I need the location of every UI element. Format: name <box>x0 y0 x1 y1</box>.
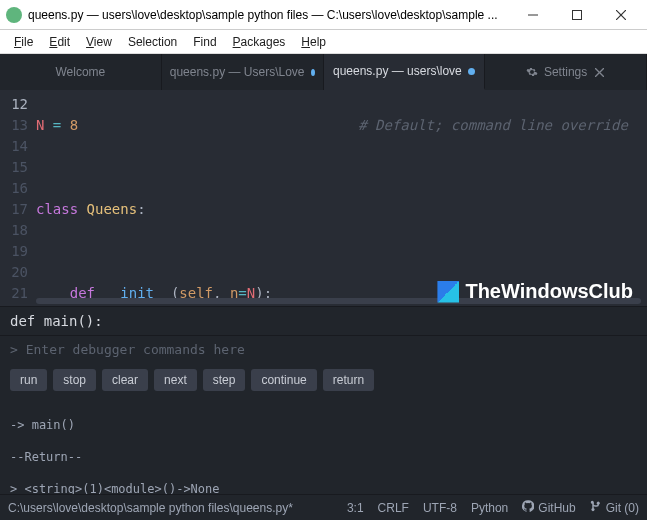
menu-bar: File Edit View Selection Find Packages H… <box>0 30 647 54</box>
tab-bar: Welcome queens.py — Users\Love queens.py… <box>0 54 647 90</box>
git-branch-icon <box>590 500 602 515</box>
clear-button[interactable]: clear <box>102 369 148 391</box>
status-encoding[interactable]: UTF-8 <box>423 501 457 515</box>
code-area[interactable]: N = 8# Default; command line override cl… <box>36 90 647 306</box>
menu-edit[interactable]: Edit <box>41 33 78 51</box>
menu-file[interactable]: File <box>6 33 41 51</box>
minimize-button[interactable] <box>511 1 555 29</box>
tab-label: Settings <box>544 65 587 79</box>
run-button[interactable]: run <box>10 369 47 391</box>
modified-dot-icon <box>311 69 315 76</box>
github-icon <box>522 500 534 515</box>
continue-button[interactable]: continue <box>251 369 316 391</box>
stop-button[interactable]: stop <box>53 369 96 391</box>
status-cursor-position[interactable]: 3:1 <box>347 501 364 515</box>
line-gutter: 12 13 14 15 16 17 18 19 20 21 <box>0 90 36 306</box>
debugger-context: def main(): <box>0 307 647 336</box>
close-button[interactable] <box>599 1 643 29</box>
modified-dot-icon <box>468 68 475 75</box>
maximize-button[interactable] <box>555 1 599 29</box>
menu-view[interactable]: View <box>78 33 120 51</box>
window-title: queens.py — users\love\desktop\sample py… <box>28 8 511 22</box>
svg-rect-1 <box>573 10 582 19</box>
status-bar: C:\users\love\desktop\sample python file… <box>0 494 647 520</box>
next-button[interactable]: next <box>154 369 197 391</box>
status-language[interactable]: Python <box>471 501 508 515</box>
gear-icon <box>526 66 538 78</box>
tab-queens-users[interactable]: queens.py — Users\Love <box>162 54 324 90</box>
status-file-path[interactable]: C:\users\love\desktop\sample python file… <box>8 501 293 515</box>
tab-settings[interactable]: Settings <box>485 54 647 90</box>
menu-help[interactable]: Help <box>293 33 334 51</box>
debugger-panel: def main(): > Enter debugger commands he… <box>0 306 647 520</box>
tab-label: queens.py — users\love <box>333 64 462 78</box>
debugger-command-input[interactable]: > Enter debugger commands here <box>0 336 647 363</box>
code-editor[interactable]: 12 13 14 15 16 17 18 19 20 21 N = 8# Def… <box>0 90 647 306</box>
app-icon <box>6 7 22 23</box>
tab-label: Welcome <box>55 65 105 79</box>
return-button[interactable]: return <box>323 369 374 391</box>
menu-packages[interactable]: Packages <box>225 33 294 51</box>
horizontal-scrollbar[interactable] <box>36 298 641 304</box>
status-git[interactable]: Git (0) <box>590 500 639 515</box>
debugger-toolbar: run stop clear next step continue return <box>0 363 647 397</box>
menu-find[interactable]: Find <box>185 33 224 51</box>
menu-selection[interactable]: Selection <box>120 33 185 51</box>
tab-queens-users-love[interactable]: queens.py — users\love <box>324 54 486 90</box>
status-line-ending[interactable]: CRLF <box>378 501 409 515</box>
tab-welcome[interactable]: Welcome <box>0 54 162 90</box>
close-icon[interactable] <box>593 66 605 78</box>
window-titlebar: queens.py — users\love\desktop\sample py… <box>0 0 647 30</box>
status-github[interactable]: GitHub <box>522 500 575 515</box>
step-button[interactable]: step <box>203 369 246 391</box>
tab-label: queens.py — Users\Love <box>170 65 305 79</box>
